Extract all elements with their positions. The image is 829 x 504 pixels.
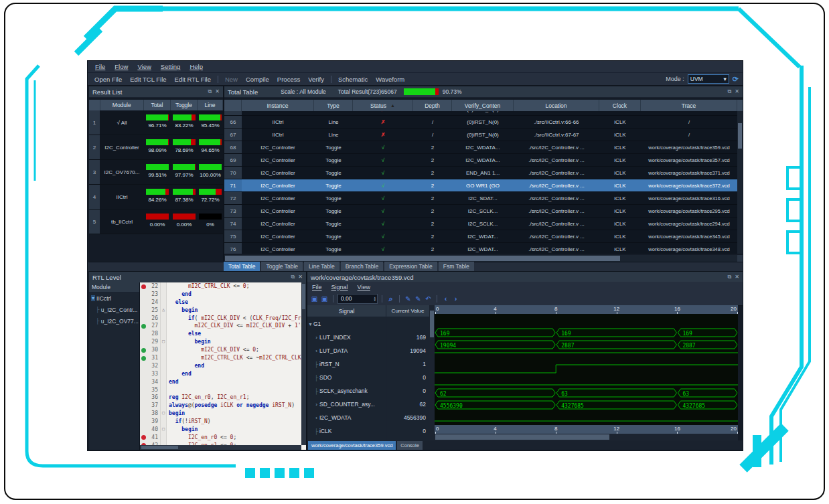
menu-item-help[interactable]: Help bbox=[185, 62, 208, 71]
breakpoint-gutter[interactable] bbox=[140, 354, 147, 362]
signal-row[interactable]: ›SD_COUNTER_asy... bbox=[307, 398, 386, 411]
breakpoint-gutter[interactable] bbox=[140, 402, 147, 410]
green-marker-icon[interactable] bbox=[141, 348, 146, 353]
fold-gutter[interactable]: ▢ bbox=[161, 426, 167, 434]
menu-item-flow[interactable]: Flow bbox=[110, 62, 133, 71]
signal-row[interactable]: ├iCLK bbox=[307, 424, 386, 438]
table-row[interactable]: 66IICtrlLine✗/(0)iRST_N(0)./src/IICctrl.… bbox=[224, 116, 737, 129]
breakpoint-gutter[interactable] bbox=[140, 394, 147, 402]
close-icon[interactable]: ✕ bbox=[735, 274, 739, 280]
table-row[interactable]: 70I2C_ControllerToggle√2END_AN1 1..../sr… bbox=[224, 167, 737, 179]
tool-schematic[interactable]: Schematic bbox=[334, 75, 372, 84]
signal-row[interactable]: ›LUT_DATA bbox=[307, 344, 386, 357]
table-row[interactable]: 4IICtrl84.26%87.38%72.72% bbox=[89, 185, 223, 209]
green-marker-icon[interactable] bbox=[141, 324, 146, 329]
breakpoint-gutter[interactable] bbox=[140, 322, 147, 330]
breakpoint-gutter[interactable] bbox=[140, 410, 147, 418]
fold-gutter[interactable] bbox=[161, 315, 167, 323]
green-marker-icon[interactable] bbox=[141, 356, 146, 361]
fold-gutter[interactable] bbox=[161, 290, 167, 299]
chevron-down-icon[interactable]: ▾ bbox=[91, 295, 95, 301]
waveform-horizontal-scrollbar[interactable] bbox=[435, 434, 738, 440]
menu-item-setting[interactable]: Setting bbox=[156, 62, 185, 71]
breakpoint-gutter[interactable] bbox=[140, 434, 147, 442]
breakpoint-gutter[interactable] bbox=[140, 346, 147, 354]
close-icon[interactable]: ✕ bbox=[215, 88, 220, 95]
chevron-right-icon[interactable]: › bbox=[313, 348, 319, 354]
breakpoint-gutter[interactable] bbox=[140, 378, 147, 386]
signal-row[interactable]: ›LUT_INDEX bbox=[307, 331, 386, 344]
sort-asc-icon[interactable]: ▲ bbox=[390, 103, 395, 108]
chevron-down-icon[interactable]: ▾ bbox=[307, 321, 313, 327]
tab-branch-table[interactable]: Branch Table bbox=[341, 262, 383, 271]
code-vertical-scrollbar[interactable] bbox=[301, 282, 306, 445]
close-icon[interactable]: ✕ bbox=[298, 274, 303, 280]
fold-gutter[interactable]: ▢ bbox=[161, 410, 167, 418]
tool-process[interactable]: Process bbox=[273, 75, 304, 84]
table-row[interactable]: 74I2C_ControllerToggle√2I2C_SCLK..../src… bbox=[224, 218, 737, 230]
time-spinbox[interactable]: 0.00 ▴ ▾ bbox=[337, 294, 378, 304]
signal-row[interactable]: ├SCLK_asyncchank bbox=[307, 384, 386, 398]
table-row[interactable]: 5tb_IICctrl0.00%0.00%0% bbox=[89, 209, 223, 234]
sidebar-item-iicctrl[interactable]: ▾IICctrl bbox=[89, 292, 139, 304]
signal-row[interactable]: ├SDO bbox=[307, 371, 386, 384]
tab-line-table[interactable]: Line Table bbox=[304, 262, 340, 271]
table-row[interactable]: 75I2C_ControllerToggle√2I2C_WDAT..../src… bbox=[224, 230, 737, 243]
signal-row[interactable]: ├iRST_N bbox=[307, 357, 386, 371]
tab-toggle-table[interactable]: Toggle Table bbox=[261, 262, 303, 271]
table-row[interactable]: 67IICtrlLine✗/(0)iRST_N(0)./src/IICctrl.… bbox=[224, 129, 737, 141]
dock-icon[interactable]: ⧉ bbox=[728, 88, 732, 95]
waveform-display[interactable]: 048121620 169169169190942887288762636345… bbox=[435, 305, 738, 440]
table-row[interactable]: 69I2C_ControllerToggle√2I2C_WDATA..../sr… bbox=[224, 154, 737, 167]
tab-total-table[interactable]: Total Table bbox=[224, 262, 260, 271]
undo-icon[interactable]: ↶ bbox=[424, 295, 433, 303]
table-row[interactable]: 68I2C_ControllerToggle√2I2C_WDATA..../sr… bbox=[224, 141, 737, 154]
next-icon[interactable]: › bbox=[451, 295, 460, 303]
grid-icon[interactable]: ▣ bbox=[310, 295, 319, 303]
waveform-menu-signal[interactable]: Signal bbox=[327, 284, 353, 290]
waveform-menu-view[interactable]: View bbox=[353, 284, 375, 290]
table-row[interactable]: 76I2C_ControllerToggle√2I2C_WDAT..../src… bbox=[224, 243, 737, 254]
refresh-icon[interactable]: ⟳ bbox=[733, 75, 739, 84]
breakpoint-gutter[interactable] bbox=[140, 290, 147, 299]
fold-gutter[interactable] bbox=[161, 378, 167, 386]
chevron-right-icon[interactable]: › bbox=[313, 402, 319, 408]
sidebar-item-u_i2c_ov77[interactable]: ├u_I2C_OV77... bbox=[89, 315, 139, 327]
tab-expression-table[interactable]: Expression Table bbox=[384, 262, 437, 271]
edit-icon[interactable]: ✎ bbox=[404, 295, 412, 303]
breakpoint-gutter[interactable] bbox=[140, 299, 147, 307]
fold-gutter[interactable] bbox=[161, 346, 167, 354]
signal-row[interactable]: ›I2C_WDATA bbox=[307, 411, 386, 424]
fold-gutter[interactable] bbox=[161, 394, 167, 402]
tool-edit-tcl-file[interactable]: Edit TCL File bbox=[126, 75, 170, 84]
menu-item-file[interactable]: File bbox=[90, 62, 110, 71]
waveform-menu-file[interactable]: File bbox=[307, 284, 327, 290]
menu-item-view[interactable]: View bbox=[133, 62, 155, 71]
fold-gutter[interactable] bbox=[161, 370, 167, 378]
red-marker-icon[interactable] bbox=[141, 435, 146, 440]
prev-icon[interactable]: ‹ bbox=[441, 295, 450, 303]
table-row[interactable]: 65IICtrlLine✗/(0)iRST_N(0)./src/IICctrl.… bbox=[224, 111, 737, 116]
dock-icon[interactable]: ⧉ bbox=[728, 274, 732, 280]
fold-gutter[interactable]: △ bbox=[161, 307, 167, 315]
tab-fsm-table[interactable]: Fsm Table bbox=[439, 262, 474, 271]
fold-gutter[interactable]: ▢ bbox=[161, 338, 167, 346]
tool-waveform[interactable]: Waveform bbox=[372, 75, 408, 84]
fold-gutter[interactable] bbox=[161, 354, 167, 362]
fold-gutter[interactable] bbox=[161, 402, 167, 410]
vertical-scrollbar[interactable] bbox=[737, 111, 743, 254]
close-icon[interactable]: ✕ bbox=[735, 88, 739, 95]
mode-select[interactable]: UVM▾ bbox=[688, 74, 729, 84]
table-row[interactable]: 3I2C_OV7670...99.51%97.97%100.00% bbox=[89, 160, 223, 185]
bottom-tab-console[interactable]: Console bbox=[397, 441, 423, 450]
breakpoint-gutter[interactable] bbox=[140, 307, 147, 315]
breakpoint-gutter[interactable] bbox=[140, 330, 147, 338]
tool-open-file[interactable]: Open File bbox=[90, 75, 126, 84]
horizontal-scrollbar[interactable] bbox=[224, 255, 737, 262]
tool-verify[interactable]: Verify bbox=[304, 75, 328, 84]
tool-edit-rtl-file[interactable]: Edit RTL File bbox=[171, 75, 215, 84]
table-row[interactable]: 72I2C_ControllerToggle√2I2C_SDAT..../src… bbox=[224, 192, 737, 205]
spin-down-icon[interactable]: ▾ bbox=[374, 299, 376, 301]
fold-gutter[interactable] bbox=[161, 386, 167, 394]
breakpoint-gutter[interactable] bbox=[140, 282, 147, 290]
